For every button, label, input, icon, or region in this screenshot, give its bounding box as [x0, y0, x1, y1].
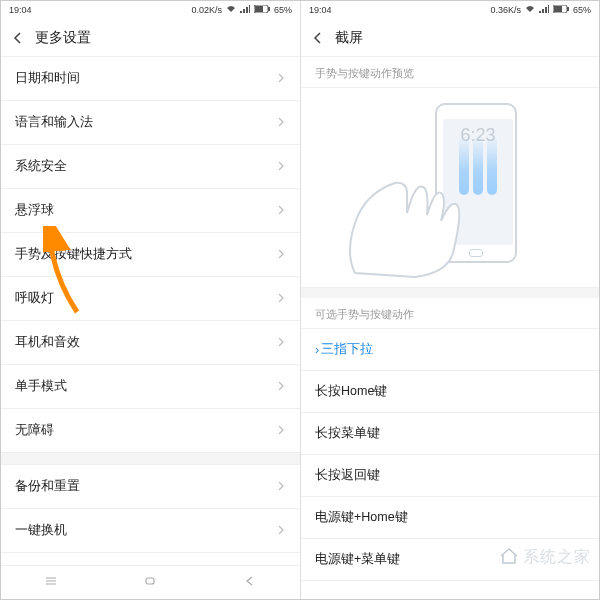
- page-title-right: 截屏: [335, 29, 363, 47]
- gesture-option[interactable]: 电源键+菜单键: [301, 539, 599, 581]
- row-label: 系统安全: [15, 158, 67, 175]
- status-bar-left: 19:04 0.02K/s 65%: [1, 1, 300, 19]
- chevron-right-icon: [276, 248, 286, 262]
- row-label: 耳机和音效: [15, 334, 80, 351]
- svg-rect-2: [268, 7, 270, 11]
- page-title-left: 更多设置: [35, 29, 91, 47]
- battery-icon: [553, 5, 569, 15]
- gesture-option[interactable]: ›三指下拉: [301, 329, 599, 371]
- left-screenshot: 19:04 0.02K/s 65% 更多设置 日期和时间语言和输入: [1, 1, 300, 599]
- title-bar-left: 更多设置: [1, 19, 300, 57]
- chevron-right-icon: [276, 204, 286, 218]
- wifi-icon: [226, 5, 236, 15]
- svg-rect-6: [567, 7, 569, 11]
- option-label: 长按菜单键: [315, 425, 380, 442]
- chevron-right-icon: [276, 524, 286, 538]
- gesture-option[interactable]: 长按菜单键: [301, 413, 599, 455]
- option-label: 电源键+Home键: [315, 509, 408, 526]
- settings-list-2: 备份和重置一键换机: [1, 465, 300, 553]
- section-gap: [1, 453, 300, 465]
- settings-list: 日期和时间语言和输入法系统安全悬浮球手势及按键快捷方式呼吸灯耳机和音效单手模式无…: [1, 57, 300, 453]
- row-label: 语言和输入法: [15, 114, 93, 131]
- nav-menu-icon[interactable]: [44, 574, 58, 592]
- row-label: 一键换机: [15, 522, 67, 539]
- status-netspeed: 0.02K/s: [191, 5, 222, 15]
- chevron-right-icon: [276, 480, 286, 494]
- row-label: 日期和时间: [15, 70, 80, 87]
- section-gap: [301, 288, 599, 298]
- signal-icon: [240, 5, 250, 15]
- settings-row[interactable]: 无障碍: [1, 409, 300, 453]
- chevron-right-icon: [276, 292, 286, 306]
- status-time: 19:04: [309, 5, 332, 15]
- row-label: 呼吸灯: [15, 290, 54, 307]
- option-label: 电源键+菜单键: [315, 551, 400, 568]
- settings-row[interactable]: 日期和时间: [1, 57, 300, 101]
- settings-row[interactable]: 呼吸灯: [1, 277, 300, 321]
- settings-row[interactable]: 手势及按键快捷方式: [1, 233, 300, 277]
- nav-back-icon[interactable]: [243, 574, 257, 592]
- selected-caret-icon: ›: [315, 343, 319, 357]
- gesture-option[interactable]: 长按Home键: [301, 371, 599, 413]
- settings-row[interactable]: 语言和输入法: [1, 101, 300, 145]
- system-nav-bar: [1, 565, 300, 599]
- gesture-option[interactable]: 电源键+Home键: [301, 497, 599, 539]
- chevron-right-icon: [276, 72, 286, 86]
- chevron-right-icon: [276, 424, 286, 438]
- swipe-trail-icon: [487, 135, 497, 195]
- options-list: ›三指下拉长按Home键长按菜单键长按返回键电源键+Home键电源键+菜单键: [301, 329, 599, 581]
- row-label: 悬浮球: [15, 202, 54, 219]
- settings-row[interactable]: 耳机和音效: [1, 321, 300, 365]
- wifi-icon: [525, 5, 535, 15]
- title-bar-right: 截屏: [301, 19, 599, 57]
- settings-row[interactable]: 备份和重置: [1, 465, 300, 509]
- svg-rect-5: [554, 6, 562, 12]
- row-label: 单手模式: [15, 378, 67, 395]
- svg-rect-1: [255, 6, 263, 12]
- battery-icon: [254, 5, 270, 15]
- chevron-right-icon: [276, 116, 286, 130]
- settings-row[interactable]: 系统安全: [1, 145, 300, 189]
- hand-icon: [335, 143, 475, 283]
- status-battery-pct: 65%: [573, 5, 591, 15]
- option-label: 长按返回键: [315, 467, 380, 484]
- chevron-right-icon: [276, 380, 286, 394]
- chevron-right-icon: [276, 160, 286, 174]
- row-label: 手势及按键快捷方式: [15, 246, 132, 263]
- chevron-right-icon: [276, 336, 286, 350]
- signal-icon: [539, 5, 549, 15]
- option-label: 三指下拉: [321, 341, 373, 358]
- status-battery-pct: 65%: [274, 5, 292, 15]
- gesture-option[interactable]: 长按返回键: [301, 455, 599, 497]
- preview-section-label: 手势与按键动作预览: [301, 57, 599, 88]
- option-label: 长按Home键: [315, 383, 387, 400]
- settings-row[interactable]: 悬浮球: [1, 189, 300, 233]
- row-label: 备份和重置: [15, 478, 80, 495]
- status-netspeed: 0.36K/s: [490, 5, 521, 15]
- row-label: 无障碍: [15, 422, 54, 439]
- settings-row[interactable]: 一键换机: [1, 509, 300, 553]
- back-icon[interactable]: [11, 31, 25, 45]
- nav-home-icon[interactable]: [143, 574, 157, 592]
- back-icon[interactable]: [311, 31, 325, 45]
- status-bar-right: 19:04 0.36K/s 65%: [301, 1, 599, 19]
- svg-rect-3: [146, 578, 154, 584]
- gesture-preview: 6:23: [301, 88, 599, 288]
- options-section-label: 可选手势与按键动作: [301, 298, 599, 329]
- settings-row[interactable]: 单手模式: [1, 365, 300, 409]
- status-time: 19:04: [9, 5, 32, 15]
- right-screenshot: 19:04 0.36K/s 65% 截屏 手势与按键动作预览 6:23: [300, 1, 599, 599]
